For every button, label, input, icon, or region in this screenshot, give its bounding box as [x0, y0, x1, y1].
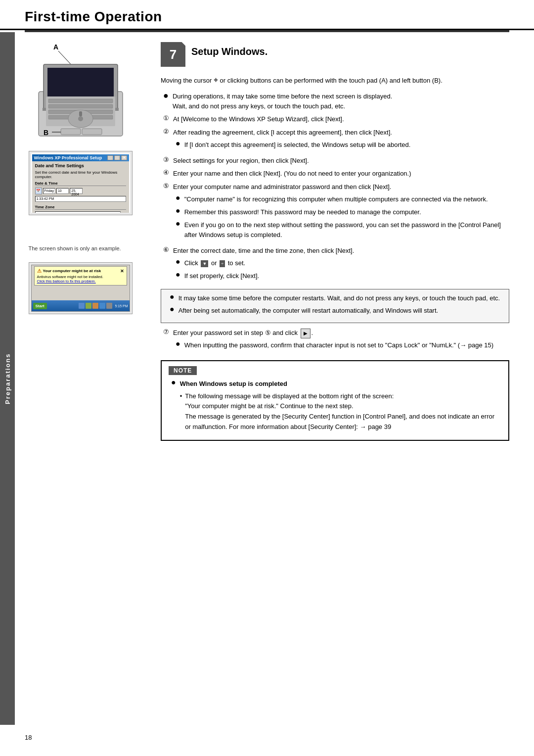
- numbered-item-3: ③ Select settings for your region, then …: [161, 156, 509, 166]
- sidebar-tab: Preparations: [0, 32, 15, 725]
- note-box: NOTE ● When Windows setup is completed •…: [161, 360, 509, 441]
- laptop-illustration: A: [24, 42, 137, 141]
- caution-box: ● It may take some time before the compu…: [161, 289, 509, 324]
- step-number: 7: [161, 42, 185, 67]
- svg-rect-7: [48, 99, 113, 103]
- numbered-item-7: ⑦ Enter your password set in step ⑤ and …: [161, 328, 509, 353]
- numbered-item-5: ⑤ Enter your computer name and administr…: [161, 182, 509, 243]
- left-column: A: [15, 32, 148, 725]
- step-header: 7 Setup Windows.: [161, 42, 509, 67]
- svg-rect-8: [48, 104, 113, 108]
- screenshot-label: The screen shown is only an example.: [29, 245, 133, 252]
- numbered-item-6: ⑥ Enter the correct date, time and the t…: [161, 246, 509, 284]
- page-header: First-time Operation: [0, 0, 534, 30]
- dialog-screenshot: Windows XP Professional Setup _ □ ✕ Date…: [29, 151, 133, 215]
- intro-text: Moving the cursor ⌖ or clicking buttons …: [161, 74, 509, 87]
- page-title: First-time Operation: [25, 9, 509, 25]
- svg-text:B: B: [44, 129, 48, 137]
- content-column: 7 Setup Windows. Moving the cursor ⌖ or …: [148, 32, 534, 725]
- step-title: Setup Windows.: [191, 42, 267, 57]
- svg-point-12: [78, 116, 83, 121]
- numbered-item-2: ② After reading the agreement, click [I …: [161, 128, 509, 153]
- page-number: 18: [25, 734, 32, 741]
- numbered-item-1: ① At [Welcome to the Windows XP Setup Wi…: [161, 114, 509, 125]
- bullet-item: ● During operations, it may take some ti…: [161, 92, 509, 112]
- taskbar-screenshot: ⚠ Your computer might be at risk ✕ Antiv…: [29, 262, 133, 314]
- svg-rect-15: [82, 129, 102, 135]
- note-label: NOTE: [169, 366, 197, 375]
- numbered-item-4: ④ Enter your name and then click [Next].…: [161, 169, 509, 179]
- svg-rect-14: [61, 129, 81, 135]
- svg-text:A: A: [53, 43, 58, 51]
- svg-rect-13: [79, 111, 82, 116]
